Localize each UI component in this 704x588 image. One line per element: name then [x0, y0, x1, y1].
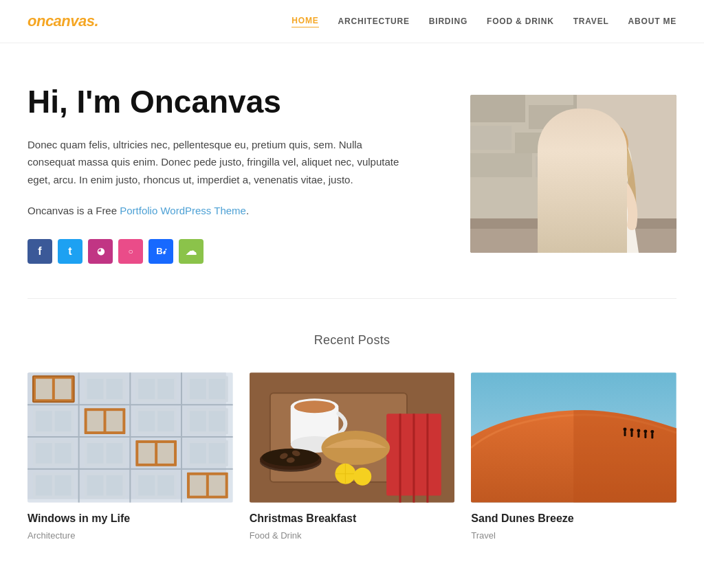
- post-title-food: Christmas Breakfast: [250, 512, 455, 525]
- svg-point-81: [294, 400, 335, 413]
- svg-rect-40: [106, 411, 122, 431]
- svg-rect-7: [536, 157, 573, 177]
- nav-architecture[interactable]: ARCHITECTURE: [338, 16, 410, 26]
- svg-rect-95: [624, 431, 626, 436]
- svg-rect-99: [638, 432, 640, 438]
- instagram-icon[interactable]: ◕: [88, 239, 113, 264]
- hero-image: [470, 95, 676, 253]
- logo-text: oncanvas: [28, 12, 95, 30]
- hero-portfolio-line: Oncanvas is a Free Portfolio WordPress T…: [28, 202, 412, 220]
- post-card-architecture[interactable]: Windows in my Life Architecture: [28, 372, 233, 541]
- portfolio-text: Oncanvas is a Free: [28, 205, 120, 216]
- svg-rect-97: [631, 431, 633, 437]
- svg-rect-57: [190, 443, 206, 464]
- post-image-food: [250, 372, 455, 503]
- svg-rect-39: [87, 411, 104, 431]
- svg-point-13: [594, 140, 622, 170]
- svg-rect-103: [652, 433, 654, 438]
- hero-heading: Hi, I'm Oncanvas: [28, 84, 412, 120]
- svg-rect-36: [36, 411, 52, 431]
- svg-rect-60: [36, 475, 52, 495]
- logo-dot: .: [95, 12, 99, 30]
- svg-rect-46: [209, 411, 226, 431]
- svg-rect-70: [209, 475, 226, 495]
- hero-section: Hi, I'm Oncanvas Donec quam felis, ultri…: [0, 43, 704, 298]
- svg-rect-2: [470, 95, 525, 122]
- svg-rect-101: [645, 433, 647, 438]
- svg-rect-66: [138, 475, 155, 495]
- cloud-icon[interactable]: ☁: [179, 239, 204, 264]
- svg-rect-61: [55, 475, 72, 495]
- svg-rect-30: [138, 378, 155, 399]
- behance-icon[interactable]: B𝒾: [148, 239, 173, 264]
- svg-point-94: [624, 427, 627, 431]
- svg-rect-64: [106, 475, 122, 495]
- svg-point-92: [353, 467, 371, 485]
- nav-travel[interactable]: TRAVEL: [573, 16, 609, 26]
- post-image-travel: [471, 372, 676, 503]
- svg-point-102: [651, 430, 654, 433]
- svg-rect-27: [87, 378, 104, 399]
- svg-rect-34: [209, 378, 226, 399]
- svg-point-98: [637, 429, 641, 432]
- svg-rect-3: [529, 105, 573, 129]
- svg-rect-43: [157, 411, 174, 431]
- svg-rect-49: [55, 443, 72, 464]
- post-category-architecture[interactable]: Architecture: [28, 530, 75, 541]
- nav-home[interactable]: HOME: [292, 16, 318, 27]
- svg-rect-37: [55, 411, 72, 431]
- hero-body: Donec quam felis, ultricies nec, pellent…: [28, 136, 412, 189]
- svg-rect-45: [190, 411, 206, 431]
- post-title-architecture: Windows in my Life: [28, 512, 233, 525]
- twitter-icon[interactable]: t: [58, 239, 82, 264]
- svg-rect-33: [190, 378, 206, 399]
- svg-rect-67: [157, 475, 174, 495]
- header: oncanvas. HOME ARCHITECTURE BIRDING FOOD…: [0, 0, 704, 43]
- main-nav: HOME ARCHITECTURE BIRDING FOOD & DRINK T…: [292, 16, 676, 27]
- svg-rect-63: [87, 475, 104, 495]
- svg-point-11: [584, 133, 632, 194]
- svg-rect-69: [190, 475, 206, 495]
- portfolio-end: .: [246, 205, 249, 216]
- svg-point-100: [644, 429, 648, 433]
- svg-rect-6: [470, 153, 532, 177]
- dribbble-icon[interactable]: ○: [118, 239, 143, 264]
- svg-rect-31: [157, 378, 174, 399]
- svg-rect-48: [36, 443, 52, 464]
- post-image-architecture: [28, 372, 233, 503]
- svg-rect-4: [470, 126, 512, 150]
- nav-birding[interactable]: BIRDING: [429, 16, 468, 26]
- svg-rect-55: [157, 443, 174, 464]
- svg-rect-54: [138, 443, 155, 464]
- svg-rect-58: [209, 443, 226, 464]
- nav-food-drink[interactable]: FOOD & DRINK: [487, 16, 554, 26]
- posts-grid: Windows in my Life Architecture: [28, 372, 676, 541]
- svg-point-96: [630, 428, 634, 431]
- recent-posts-section: Recent Posts: [0, 299, 704, 569]
- svg-rect-24: [36, 378, 52, 399]
- svg-rect-51: [87, 443, 104, 464]
- post-title-travel: Sand Dunes Breeze: [471, 512, 676, 525]
- svg-point-12: [587, 122, 628, 166]
- svg-rect-42: [138, 411, 155, 431]
- post-card-food[interactable]: Christmas Breakfast Food & Drink: [250, 372, 455, 541]
- svg-rect-52: [106, 443, 122, 464]
- hero-portrait: [470, 95, 676, 253]
- post-card-travel[interactable]: Sand Dunes Breeze Travel: [471, 372, 676, 541]
- facebook-icon[interactable]: f: [28, 239, 52, 264]
- nav-about-me[interactable]: ABOUT ME: [628, 16, 676, 26]
- svg-rect-25: [55, 378, 72, 399]
- hero-text-block: Hi, I'm Oncanvas Donec quam felis, ultri…: [28, 84, 412, 264]
- site-logo[interactable]: oncanvas.: [28, 12, 98, 30]
- svg-rect-28: [106, 378, 122, 399]
- portfolio-link[interactable]: Portfolio WordPress Theme: [120, 205, 246, 216]
- post-category-travel[interactable]: Travel: [471, 530, 496, 541]
- section-title: Recent Posts: [28, 333, 676, 348]
- svg-rect-10: [470, 229, 676, 253]
- social-icons-row: f t ◕ ○ B𝒾 ☁: [28, 239, 412, 264]
- svg-rect-5: [515, 133, 573, 153]
- post-category-food[interactable]: Food & Drink: [250, 530, 302, 541]
